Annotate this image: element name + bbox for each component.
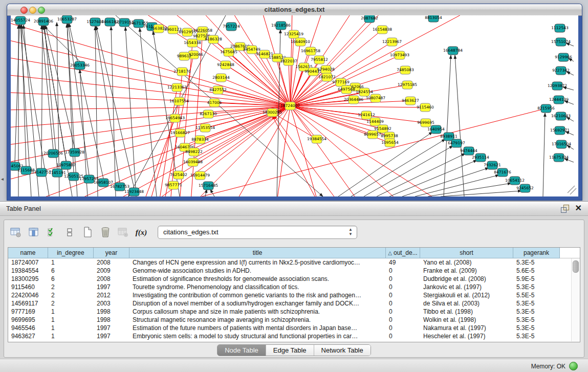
graph-node[interactable]: 7955812 — [311, 56, 328, 64]
graph-node[interactable]: 1145191 — [49, 169, 66, 177]
graph-node[interactable]: 15751074 — [551, 38, 571, 46]
citation-edge-red[interactable] — [290, 106, 318, 196]
graph-node[interactable]: 6479197 — [448, 139, 465, 147]
graph-node[interactable]: 20206506 — [43, 149, 63, 158]
citation-edge-red[interactable] — [11, 92, 290, 106]
citation-edge-black[interactable] — [15, 25, 19, 162]
graph-node[interactable]: 8267130 — [200, 110, 217, 118]
citation-edge-black[interactable] — [111, 27, 116, 196]
graph-node[interactable]: 16648784 — [443, 47, 463, 55]
citation-edge-black[interactable] — [455, 55, 464, 196]
graph-node[interactable]: 17016504 — [552, 140, 571, 148]
tab-network-table[interactable]: Network Table — [314, 345, 371, 356]
function-builder-icon[interactable]: f(x) — [135, 226, 148, 239]
citation-edge-red[interactable] — [290, 106, 366, 115]
vertical-scrollbar[interactable] — [571, 258, 579, 341]
citation-edge-black[interactable] — [67, 24, 77, 196]
column-header[interactable]: in_degree — [48, 248, 94, 258]
citation-edge-black[interactable] — [95, 27, 98, 196]
table-row[interactable]: 1872400712008Changes of HCN gene express… — [8, 258, 580, 267]
row-height-icon[interactable] — [63, 226, 76, 239]
resize-grip[interactable] — [568, 186, 576, 194]
graph-node[interactable]: 20053346 — [70, 61, 90, 70]
citation-edge-red[interactable] — [289, 61, 290, 106]
graph-node[interactable]: 1822037 — [280, 57, 297, 65]
collapse-panel-arrow-icon[interactable]: ◂ — [1, 176, 4, 182]
tab-node-table[interactable]: Node Table — [217, 345, 266, 356]
graph-node[interactable]: 20364486 — [344, 96, 363, 104]
graph-node[interactable]: 16154838 — [373, 26, 392, 34]
graph-node[interactable]: 10807487 — [366, 94, 385, 102]
window-titlebar[interactable]: citations_edges.txt — [7, 4, 582, 16]
graph-node[interactable]: 16914479 — [190, 171, 210, 180]
graph-node[interactable]: 12325419 — [284, 30, 303, 38]
tab-edge-table[interactable]: Edge Table — [266, 345, 314, 356]
graph-node[interactable]: 7485083 — [397, 66, 414, 74]
graph-node[interactable]: 11353554 — [195, 124, 215, 132]
table-settings-icon[interactable] — [9, 226, 23, 239]
graph-node[interactable]: 12213967 — [382, 38, 402, 46]
table-row[interactable]: 946554611997Estimation of the future num… — [8, 324, 580, 332]
scrollbar-thumb[interactable] — [573, 260, 579, 273]
graph-node[interactable]: 7932621 — [484, 161, 501, 169]
graph-node[interactable]: 12093872 — [548, 82, 567, 90]
graph-node[interactable]: 2803144 — [212, 74, 230, 82]
citation-edge-black[interactable] — [351, 139, 445, 196]
table-row[interactable]: 1830029562008Estimation of significance … — [8, 275, 580, 283]
delete-table-icon[interactable] — [99, 226, 112, 239]
graph-node[interactable]: 6497568 — [338, 85, 355, 94]
table-row[interactable]: 1938455462009Genome-wide association stu… — [8, 267, 580, 275]
citation-edge-red[interactable] — [290, 106, 425, 107]
graph-node[interactable]: 1675685 — [220, 48, 237, 56]
table-row[interactable]: 1456911722003Disruption of a novel membe… — [8, 299, 580, 308]
table-row[interactable]: 969969511998Structural magnetic resonanc… — [8, 316, 580, 324]
citation-edge-red[interactable] — [290, 106, 441, 196]
graph-node[interactable]: 11675334 — [549, 154, 569, 162]
graph-node[interactable]: 19384554 — [307, 135, 326, 143]
citation-edge-black[interactable] — [402, 168, 489, 196]
graph-node[interactable]: 2087682 — [361, 15, 378, 23]
graph-node[interactable]: 9115460 — [417, 103, 434, 112]
graph-node[interactable]: 16107554 — [169, 97, 189, 105]
graph-node[interactable]: 8099657 — [364, 130, 381, 139]
citation-edge-black[interactable] — [210, 189, 214, 196]
graph-node[interactable]: 17359928 — [65, 148, 84, 157]
column-header[interactable]: year — [94, 248, 129, 258]
graph-node[interactable]: 16640910 — [291, 38, 310, 46]
graph-node[interactable]: 9129966 — [555, 53, 572, 61]
citation-edge-red[interactable] — [11, 20, 290, 106]
graph-node[interactable]: 417006 — [207, 99, 222, 107]
import-table-icon[interactable] — [117, 226, 130, 239]
graph-node[interactable]: 9463627 — [402, 97, 419, 105]
column-header[interactable]: name — [8, 248, 48, 258]
graph-node[interactable]: 15716485 — [199, 182, 218, 190]
graph-node[interactable]: 8427552 — [209, 86, 227, 94]
graph-node[interactable]: 8813054 — [425, 15, 442, 22]
graph-node[interactable]: 15692971 — [550, 126, 570, 135]
graph-node[interactable]: 1824554 — [356, 88, 373, 96]
graph-node[interactable]: 8186328 — [205, 35, 222, 43]
graph-node[interactable]: 12213363 — [167, 83, 187, 92]
table-row[interactable]: 946362711997Embryonic stem cells: a mode… — [8, 332, 580, 340]
table-row[interactable]: 911546021997Tourette syndrome. Phenomeno… — [8, 283, 580, 291]
graph-node[interactable]: 989612 — [177, 52, 192, 60]
graph-node[interactable]: 9474444 — [460, 147, 477, 155]
graph-node[interactable]: 20891406 — [34, 17, 53, 26]
graph-node[interactable]: 10653287 — [57, 15, 77, 24]
graph-node[interactable]: 11923448 — [124, 188, 144, 196]
graph-node[interactable]: 12975185 — [398, 81, 417, 89]
citation-edge-black[interactable] — [125, 27, 136, 196]
graph-node[interactable]: 19218586 — [271, 21, 291, 30]
float-window-icon[interactable] — [561, 205, 569, 212]
graph-node[interactable]: 14055724 — [11, 16, 30, 25]
column-header[interactable]: △out_de... — [386, 248, 420, 258]
graph-node[interactable]: 1112543 — [551, 24, 569, 32]
citation-edge-red[interactable] — [221, 78, 290, 106]
graph-node[interactable]: 9857771 — [165, 181, 182, 189]
graph-node[interactable]: 8471676 — [494, 168, 511, 177]
network-canvas[interactable]: 1405572420891406106532871527602646616210… — [11, 15, 578, 196]
graph-node[interactable]: 16210643 — [551, 112, 571, 120]
citation-edge-black[interactable] — [96, 26, 134, 188]
graph-node[interactable]: 7957224 — [223, 23, 240, 31]
citation-edge-black[interactable] — [43, 26, 80, 61]
